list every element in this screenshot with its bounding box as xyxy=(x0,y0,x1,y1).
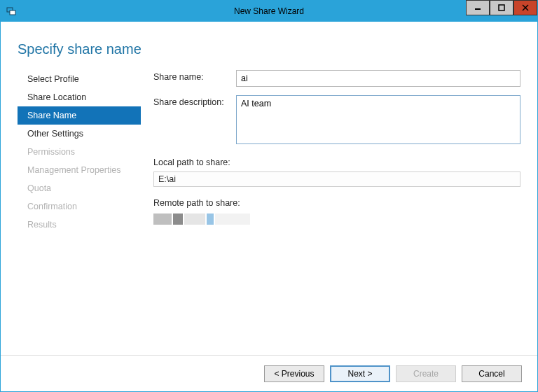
client-area: Specify share name Select Profile Share … xyxy=(1,22,537,391)
share-name-label: Share name: xyxy=(153,70,236,87)
step-other-settings[interactable]: Other Settings xyxy=(18,125,141,143)
step-confirmation: Confirmation xyxy=(18,197,141,216)
step-share-name[interactable]: Share Name xyxy=(18,106,141,125)
cancel-button[interactable]: Cancel xyxy=(462,365,522,382)
share-name-input[interactable] xyxy=(236,70,520,87)
close-button[interactable] xyxy=(513,0,537,15)
share-description-label: Share description: xyxy=(153,95,236,107)
remote-path-label: Remote path to share: xyxy=(153,198,520,208)
wizard-window: New Share Wizard Specify share name Sele… xyxy=(0,0,538,392)
maximize-button[interactable] xyxy=(490,0,513,15)
step-management-properties: Management Properties xyxy=(18,161,141,179)
step-select-profile[interactable]: Select Profile xyxy=(18,70,141,88)
step-quota: Quota xyxy=(18,179,141,197)
share-description-input[interactable] xyxy=(236,95,520,144)
create-button: Create xyxy=(396,365,456,382)
previous-button[interactable]: < Previous xyxy=(264,365,324,382)
local-path-label: Local path to share: xyxy=(153,158,520,167)
local-path-value: E:\ai xyxy=(153,172,520,187)
window-title: New Share Wizard xyxy=(1,6,537,16)
svg-rect-3 xyxy=(499,5,504,10)
button-bar: < Previous Next > Create Cancel xyxy=(1,355,537,391)
step-share-location[interactable]: Share Location xyxy=(18,88,141,106)
wizard-steps: Select Profile Share Location Share Name… xyxy=(1,70,141,355)
svg-rect-1 xyxy=(10,10,15,15)
step-results: Results xyxy=(18,216,141,234)
remote-path-value xyxy=(153,212,520,226)
window-buttons xyxy=(466,1,537,22)
step-permissions: Permissions xyxy=(18,143,141,161)
share-name-row: Share name: xyxy=(153,70,520,87)
minimize-button[interactable] xyxy=(466,0,490,15)
share-description-row: Share description: xyxy=(153,95,520,146)
next-button[interactable]: Next > xyxy=(330,365,390,382)
page-heading: Specify share name xyxy=(1,22,537,70)
body: Select Profile Share Location Share Name… xyxy=(1,70,537,355)
form-panel: Share name: Share description: Local pat… xyxy=(141,70,520,355)
app-icon xyxy=(5,5,18,18)
title-bar: New Share Wizard xyxy=(1,1,537,22)
